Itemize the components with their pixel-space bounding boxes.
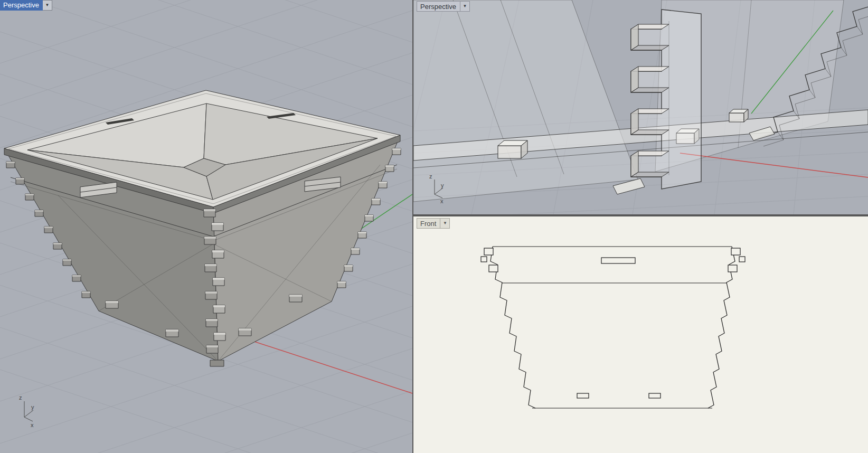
- ghost-walls: [413, 0, 844, 202]
- viewport-title-menu-button-front[interactable]: ▼: [440, 218, 450, 229]
- axis-label-x: x: [440, 198, 444, 204]
- viewport-titlebar-detail: Perspective ▼: [417, 1, 470, 12]
- viewport-titlebar-main: Perspective ▼: [0, 0, 52, 11]
- viewport-titlebar-front: Front ▼: [417, 218, 450, 229]
- viewport-perspective-main[interactable]: z y x Perspective ▼: [0, 0, 412, 453]
- viewport-title-main[interactable]: Perspective: [0, 0, 43, 11]
- chevron-down-icon: ▼: [45, 0, 49, 11]
- axis-label-x: x: [31, 422, 34, 428]
- chevron-down-icon: ▼: [443, 218, 447, 229]
- viewport-grid: z y x Perspective ▼: [0, 0, 868, 453]
- axis-label-y: y: [441, 182, 444, 188]
- viewport-front[interactable]: Front ▼: [413, 216, 868, 453]
- main-viewport-canvas[interactable]: z y x: [0, 0, 412, 453]
- axis-label-y: y: [31, 404, 34, 410]
- viewport-title-menu-button-detail[interactable]: ▼: [460, 1, 470, 12]
- axis-label-z: z: [429, 173, 432, 180]
- paper-background: [413, 216, 868, 453]
- viewport-title-front[interactable]: Front: [417, 218, 440, 229]
- axis-label-z: z: [19, 394, 22, 401]
- box-model[interactable]: [4, 90, 401, 366]
- front-viewport-canvas[interactable]: [413, 216, 868, 453]
- viewport-perspective-detail[interactable]: z y x Perspective ▼: [413, 0, 868, 214]
- detail-viewport-canvas[interactable]: z y x: [413, 0, 868, 214]
- axis-gizmo-main: z y x: [19, 394, 34, 428]
- viewport-title-detail[interactable]: Perspective: [417, 1, 460, 12]
- viewport-title-menu-button-main[interactable]: ▼: [43, 0, 52, 11]
- chevron-down-icon: ▼: [463, 1, 467, 12]
